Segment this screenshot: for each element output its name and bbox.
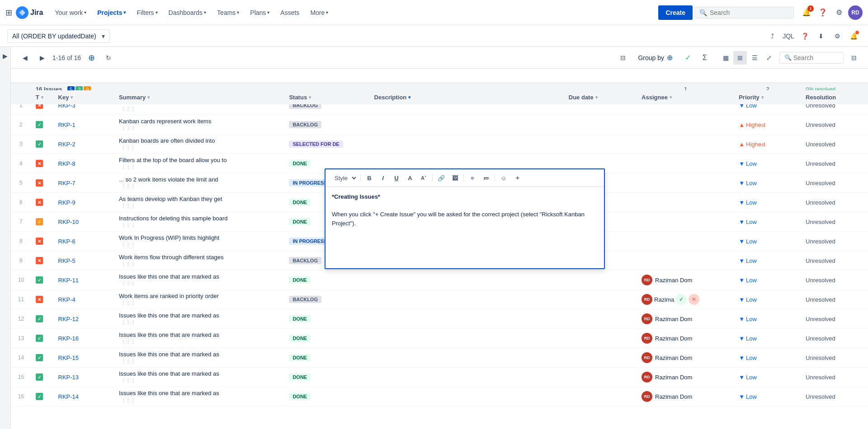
drag-handle[interactable]: ⋮⋮⋮	[121, 106, 136, 112]
ordered-list-button[interactable]: ≔	[480, 172, 492, 184]
filter-button[interactable]: ⊟	[616, 51, 630, 65]
italic-button[interactable]: I	[377, 172, 389, 184]
th-resolution[interactable]: Resolution	[801, 90, 868, 105]
row-key[interactable]: RKP-10	[54, 212, 114, 232]
collapse-button[interactable]: ⤢	[762, 51, 776, 65]
bold-button[interactable]: B	[363, 172, 375, 184]
drag-handle[interactable]: ⋮⋮⋮	[121, 359, 136, 364]
underline-button[interactable]: U	[391, 172, 402, 184]
assignee-confirm-button[interactable]: ✓	[676, 294, 687, 305]
nav-filters[interactable]: Filters ▾	[132, 6, 162, 19]
row-description[interactable]	[370, 270, 564, 290]
table-row[interactable]: 15✓RKP-13Issues like this one that are m…	[11, 368, 868, 387]
drag-handle[interactable]: ⋮⋮⋮	[121, 281, 136, 286]
nav-plans[interactable]: Plans ▾	[245, 6, 274, 19]
grid-icon[interactable]: ⊞	[5, 8, 12, 18]
th-duedate[interactable]: Due date ▾	[564, 90, 637, 105]
drag-handle[interactable]: ⋮⋮⋮	[121, 320, 136, 325]
table-row[interactable]: 14✓RKP-15Issues like this one that are m…	[11, 348, 868, 368]
th-assignee[interactable]: Assignee ▾	[637, 90, 734, 105]
row-key[interactable]: RKP-4	[54, 290, 114, 309]
nav-teams[interactable]: Teams ▾	[212, 6, 244, 19]
nav-your-work[interactable]: Your work ▾	[50, 6, 91, 19]
search-bar[interactable]: 🔍	[694, 7, 794, 19]
list-view-button[interactable]: ☰	[748, 51, 761, 65]
description-content[interactable]: *Creating Issues* When you click "+ Crea…	[326, 187, 604, 268]
next-page-button[interactable]: ▶	[35, 51, 49, 65]
table-row[interactable]: 10✓RKP-11Issues like this one that are m…	[11, 270, 868, 290]
row-description[interactable]	[370, 348, 564, 368]
help-button[interactable]: ❓	[816, 5, 830, 20]
toolbar-search[interactable]: 🔍	[779, 52, 844, 64]
row-description[interactable]	[370, 135, 564, 154]
toolbar-search-input[interactable]	[793, 54, 839, 61]
font-color-button[interactable]: A	[404, 172, 416, 184]
drag-handle[interactable]: ⋮⋮⋮	[121, 397, 136, 403]
drag-handle[interactable]: ⋮⋮⋮	[121, 378, 136, 383]
row-description[interactable]	[370, 309, 564, 329]
search-input[interactable]	[710, 9, 782, 16]
columns-button[interactable]: ⊟	[847, 51, 861, 65]
drag-handle[interactable]: ⋮⋮⋮	[121, 145, 136, 150]
assignee-cancel-button[interactable]: ✕	[689, 294, 699, 305]
row-key[interactable]: RKP-5	[54, 251, 114, 270]
drag-handle[interactable]: ⋮⋮⋮	[121, 184, 136, 189]
row-key[interactable]: RKP-7	[54, 173, 114, 193]
th-key[interactable]: Key ▾	[54, 90, 114, 105]
row-key[interactable]: RKP-9	[54, 193, 114, 212]
row-description[interactable]	[370, 115, 564, 135]
drag-handle[interactable]: ⋮⋮⋮	[121, 164, 136, 170]
drag-handle[interactable]: ⋮⋮⋮	[121, 261, 136, 267]
bullet-list-button[interactable]: ≡	[467, 172, 478, 184]
style-select[interactable]: Style	[330, 173, 358, 183]
audio-button[interactable]: 🔔	[846, 29, 861, 43]
help-secondary-button[interactable]: ❓	[797, 29, 812, 43]
table-scroll-area[interactable]: T ▾ Key ▾ Summary	[11, 69, 868, 406]
jira-logo[interactable]: Jira	[16, 6, 43, 19]
row-key[interactable]: RKP-13	[54, 368, 114, 387]
add-button[interactable]: ＋	[511, 172, 523, 184]
row-key[interactable]: RKP-14	[54, 387, 114, 406]
drag-handle[interactable]: ⋮⋮⋮	[121, 300, 136, 306]
drag-handle[interactable]: ⋮⋮⋮	[121, 242, 136, 247]
row-key[interactable]: RKP-16	[54, 329, 114, 348]
nav-assets[interactable]: Assets	[276, 6, 304, 19]
nav-projects[interactable]: Projects ▾	[93, 6, 130, 19]
filter-select[interactable]: All (ORDER BY updatedDate) ▾	[7, 29, 110, 43]
drag-handle[interactable]: ⋮⋮⋮	[121, 126, 136, 131]
th-type[interactable]: T ▾	[31, 90, 54, 105]
drag-handle[interactable]: ⋮⋮⋮	[121, 223, 136, 228]
kanban-view-button[interactable]: ▦	[719, 51, 732, 65]
th-summary[interactable]: Summary ▾	[114, 90, 284, 105]
grid-view-button[interactable]: ⊞	[733, 51, 747, 65]
drag-handle[interactable]: ⋮⋮⋮	[121, 203, 136, 209]
row-key[interactable]: RKP-2	[54, 135, 114, 154]
table-row[interactable]: 11✕RKP-4Work items are ranked in priorit…	[11, 290, 868, 309]
row-key[interactable]: RKP-6	[54, 232, 114, 251]
row-key[interactable]: RKP-8	[54, 154, 114, 173]
table-wrapper[interactable]: ◀ ▶ 1-16 of 16 ⊕ ↻ ⊟ Group by ⊕ ✓ Σ ▦ ⊞ …	[11, 47, 868, 429]
th-status[interactable]: Status ▾	[284, 90, 369, 105]
add-item-button[interactable]: ⊕	[85, 51, 98, 65]
row-key[interactable]: RKP-11	[54, 270, 114, 290]
settings-button[interactable]: ⚙	[832, 5, 846, 20]
user-avatar[interactable]: RD	[848, 5, 863, 20]
nav-dashboards[interactable]: Dashboards ▾	[164, 6, 211, 19]
emoji-button[interactable]: ☺	[498, 172, 509, 184]
th-description[interactable]: Description ▾	[370, 90, 564, 105]
share-button[interactable]: ⤴	[765, 29, 779, 43]
th-priority[interactable]: Priority ▾	[734, 90, 801, 105]
jql-button[interactable]: JQL	[781, 29, 796, 43]
refresh-button[interactable]: ↻	[102, 51, 115, 65]
drag-handle[interactable]: ⋮⋮⋮	[121, 339, 136, 345]
text-style-button[interactable]: Aʼ	[418, 172, 429, 184]
row-description[interactable]	[370, 387, 564, 406]
image-button[interactable]: 🖼	[449, 172, 461, 184]
create-button[interactable]: Create	[658, 5, 693, 20]
view-check-icon[interactable]: ✓	[681, 51, 694, 65]
group-by-button[interactable]: Group by ⊕	[633, 51, 677, 64]
download-button[interactable]: ⬇	[814, 29, 828, 43]
nav-more[interactable]: More ▾	[306, 6, 333, 19]
table-row[interactable]: 3✓RKP-2Kanban boards are often divided i…	[11, 135, 868, 154]
table-row[interactable]: 16✓RKP-14Issues like this one that are m…	[11, 387, 868, 406]
